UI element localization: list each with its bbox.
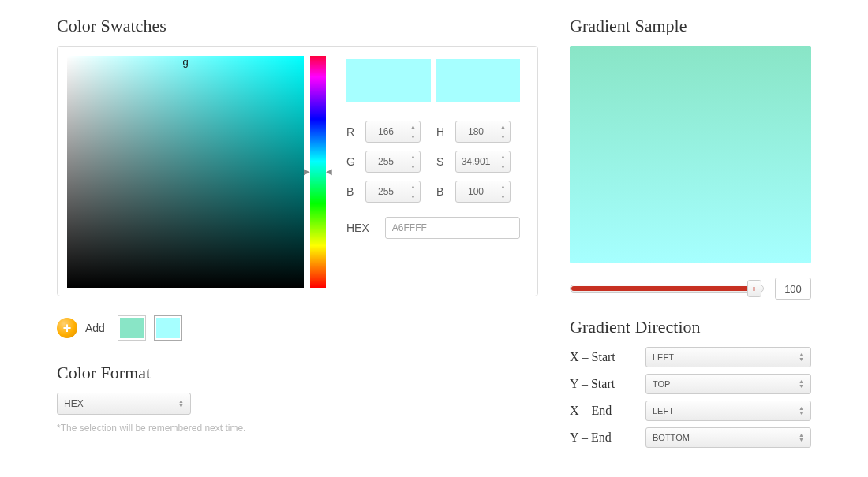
input-h-down[interactable]: ▼ <box>496 132 510 143</box>
gradient-slider-handle[interactable]: || <box>747 280 761 297</box>
input-g[interactable]: ▲▼ <box>365 151 421 173</box>
input-s-up[interactable]: ▲ <box>496 151 510 162</box>
swatch-color <box>120 318 144 338</box>
gradient-preview <box>570 46 811 263</box>
chevron-updown-icon: ▲▼ <box>178 399 184 408</box>
input-h-field[interactable] <box>456 121 496 142</box>
input-r-up[interactable]: ▲ <box>406 121 420 132</box>
input-b-hsb-field[interactable] <box>456 181 496 202</box>
select-x-end[interactable]: LEFT ▲▼ <box>645 401 811 421</box>
select-x-start[interactable]: LEFT ▲▼ <box>645 347 811 367</box>
input-hex[interactable] <box>385 217 520 239</box>
heading-color-swatches: Color Swatches <box>57 16 538 36</box>
select-y-end-value: BOTTOM <box>653 433 690 442</box>
input-s[interactable]: ▲▼ <box>455 151 511 173</box>
input-g-down[interactable]: ▼ <box>406 162 420 173</box>
gradient-slider-fill <box>571 286 749 291</box>
swatch-1[interactable] <box>154 315 182 341</box>
label-h: H <box>436 125 447 138</box>
input-b-hsb-up[interactable]: ▲ <box>496 181 510 192</box>
color-picker-panel: g ▶◀ R ▲▼ <box>57 46 538 296</box>
input-r-down[interactable]: ▼ <box>406 132 420 143</box>
input-b-hsb-down[interactable]: ▼ <box>496 192 510 203</box>
input-h[interactable]: ▲▼ <box>455 121 511 143</box>
select-x-end-value: LEFT <box>653 406 674 416</box>
label-b-hsb: B <box>436 185 447 198</box>
input-s-field[interactable] <box>456 151 496 172</box>
hue-slider-thumb[interactable]: ▶◀ <box>304 167 332 176</box>
select-color-format[interactable]: HEX ▲▼ <box>57 393 191 415</box>
chevron-updown-icon: ▲▼ <box>799 433 804 442</box>
swatch-color <box>156 318 180 338</box>
color-preview-new <box>346 59 431 102</box>
heading-gradient-direction: Gradient Direction <box>570 317 811 337</box>
add-swatch-label: Add <box>85 322 105 334</box>
select-x-start-value: LEFT <box>653 352 674 362</box>
format-hint: *The selection will be remembered next t… <box>57 423 538 434</box>
heading-color-format: Color Format <box>57 363 538 383</box>
input-b-rgb-down[interactable]: ▼ <box>406 192 420 203</box>
input-g-up[interactable]: ▲ <box>406 151 420 162</box>
select-y-start[interactable]: TOP ▲▼ <box>645 374 811 394</box>
chevron-updown-icon: ▲▼ <box>799 379 804 389</box>
input-b-rgb-field[interactable] <box>366 181 406 202</box>
chevron-updown-icon: ▲▼ <box>799 406 804 416</box>
label-x-end: X – End <box>570 404 633 418</box>
select-y-end[interactable]: BOTTOM ▲▼ <box>645 427 811 448</box>
label-x-start: X – Start <box>570 350 633 364</box>
input-h-up[interactable]: ▲ <box>496 121 510 132</box>
input-b-rgb-up[interactable]: ▲ <box>406 181 420 192</box>
label-hex: HEX <box>346 222 369 234</box>
label-y-end: Y – End <box>570 430 633 445</box>
label-s: S <box>436 155 447 168</box>
input-r-field[interactable] <box>366 121 406 142</box>
input-b-rgb[interactable]: ▲▼ <box>365 181 421 203</box>
hue-slider[interactable]: ▶◀ <box>310 56 326 288</box>
label-g: G <box>346 155 357 168</box>
gradient-slider-value[interactable] <box>775 278 811 300</box>
add-swatch-button[interactable]: + <box>57 318 77 338</box>
input-g-field[interactable] <box>366 151 406 172</box>
input-s-down[interactable]: ▼ <box>496 162 510 173</box>
label-y-start: Y – Start <box>570 377 633 391</box>
chevron-updown-icon: ▲▼ <box>799 352 804 362</box>
input-r[interactable]: ▲▼ <box>365 121 421 143</box>
label-r: R <box>346 125 357 138</box>
heading-gradient-sample: Gradient Sample <box>570 16 811 36</box>
plus-icon: + <box>63 321 72 335</box>
sv-area-label: g <box>182 56 188 68</box>
select-y-start-value: TOP <box>653 379 670 389</box>
swatch-0[interactable] <box>118 315 146 341</box>
gradient-slider[interactable]: || <box>570 285 764 293</box>
select-color-format-value: HEX <box>64 398 84 409</box>
input-b-hsb[interactable]: ▲▼ <box>455 181 511 203</box>
color-preview-current <box>436 59 520 102</box>
saturation-value-area[interactable]: g <box>67 56 304 288</box>
label-b-rgb: B <box>346 185 357 198</box>
